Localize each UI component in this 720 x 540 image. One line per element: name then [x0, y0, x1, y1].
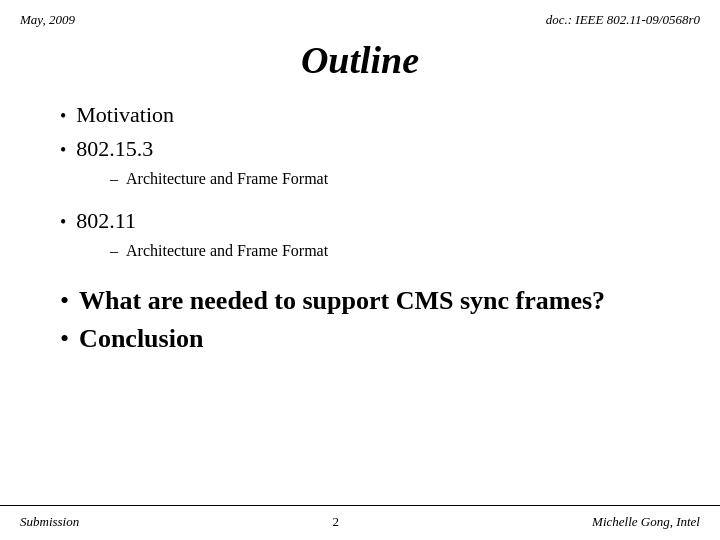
- sub-bullet-802153: – Architecture and Frame Format: [60, 170, 660, 188]
- bullet-text-conclusion: Conclusion: [79, 324, 203, 354]
- header-doc-id: doc.: IEEE 802.11-09/0568r0: [546, 12, 700, 28]
- bullet-motivation: • Motivation: [60, 102, 660, 128]
- bullet-dot-cms: •: [60, 286, 69, 316]
- bullet-text-cms: What are needed to support CMS sync fram…: [79, 286, 605, 316]
- spacer-1: [60, 196, 660, 204]
- slide-footer: Submission 2 Michelle Gong, Intel: [0, 505, 720, 540]
- bullet-text-80211: 802.11: [76, 208, 136, 234]
- bullet-text-motivation: Motivation: [76, 102, 174, 128]
- bullet-text-802153: 802.15.3: [76, 136, 153, 162]
- slide-title: Outline: [0, 38, 720, 82]
- bullet-dot-80211: •: [60, 212, 66, 233]
- sub-bullet-80211: – Architecture and Frame Format: [60, 242, 660, 260]
- sub-text-80211: Architecture and Frame Format: [126, 242, 328, 260]
- footer-author: Michelle Gong, Intel: [592, 514, 700, 530]
- bullet-dot-802153: •: [60, 140, 66, 161]
- footer-page-number: 2: [332, 514, 339, 530]
- bullet-dot-conclusion: •: [60, 324, 69, 354]
- bullet-conclusion: • Conclusion: [60, 324, 660, 354]
- sub-text-802153: Architecture and Frame Format: [126, 170, 328, 188]
- header-date: May, 2009: [20, 12, 75, 28]
- title-section: Outline: [0, 38, 720, 82]
- slide: May, 2009 doc.: IEEE 802.11-09/0568r0 Ou…: [0, 0, 720, 540]
- bullet-dot-motivation: •: [60, 106, 66, 127]
- slide-header: May, 2009 doc.: IEEE 802.11-09/0568r0: [0, 0, 720, 28]
- sub-dash-802153: –: [110, 170, 118, 188]
- sub-dash-80211: –: [110, 242, 118, 260]
- bullet-cms: • What are needed to support CMS sync fr…: [60, 286, 660, 316]
- slide-content: • Motivation • 802.15.3 – Architecture a…: [0, 102, 720, 505]
- footer-submission: Submission: [20, 514, 79, 530]
- bullet-802153: • 802.15.3: [60, 136, 660, 162]
- bullet-80211: • 802.11: [60, 208, 660, 234]
- spacer-2: [60, 268, 660, 282]
